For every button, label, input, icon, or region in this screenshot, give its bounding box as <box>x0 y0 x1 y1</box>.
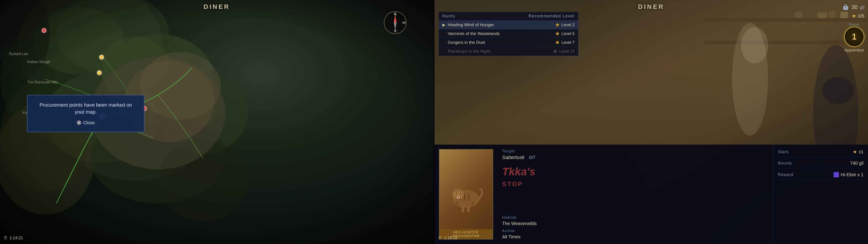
hunt-level-badge-2: Level 5 <box>555 31 575 36</box>
rank-label: Rank <box>849 23 859 27</box>
currency-display: 30 gil <box>842 4 864 11</box>
target-label: Target <box>502 149 769 153</box>
level-text-2: Level 5 <box>561 31 575 36</box>
lock-icon <box>842 4 849 11</box>
level-text-3: Level 7 <box>561 40 575 45</box>
item-reward-value: Hi-Elixir x 1 <box>834 172 864 178</box>
target-name: Sabertusk <box>502 155 525 160</box>
hunt-name-1: Howling Wind of Hunger <box>448 22 555 27</box>
hunts-header: Hunts Recommended Level <box>439 12 578 21</box>
hunt-row-3[interactable]: ▶ Gorgers in the Dust Level 7 <box>439 38 578 47</box>
map-marker-yellow-2 <box>97 71 101 75</box>
clock-time-right: 1:19:18 <box>444 236 458 240</box>
target-value-row: Sabertusk 0/7 <box>502 155 769 160</box>
right-panel-title: DINER <box>638 3 664 10</box>
stars-reward-amount: x1 <box>859 150 864 155</box>
gil-amount: 30 <box>851 4 858 10</box>
item-reward-name: Hi-Elixir x 1 <box>841 172 864 178</box>
stars-reward-label: Stars <box>778 150 788 154</box>
hunt-row-2[interactable]: ▶ Varmints of the Wastelands Level 5 <box>439 29 578 38</box>
stars-reward-value: ★ x1 <box>853 149 864 155</box>
hunt-name-4: Raindrops in the Night <box>448 49 553 54</box>
svg-marker-36 <box>459 186 462 190</box>
hunts-panel: Hunts Recommended Level ▶ Howling Wind o… <box>438 12 579 56</box>
procurement-dialog: Procurement points have been marked on y… <box>27 95 145 132</box>
svg-point-41 <box>458 194 459 196</box>
hunt-card-inner: HEX-HUNTER DRAGONSPAW <box>439 150 493 239</box>
hunt-name-3: Gorgers in the Dust <box>448 40 555 45</box>
item-reward-label: Reward <box>778 172 793 177</box>
target-info-row: Target Sabertusk 0/7 <box>502 149 769 160</box>
svg-rect-46 <box>456 201 458 207</box>
level-icon-3 <box>555 40 560 45</box>
map-label-ryddell: Ryddell Lee <box>9 52 28 56</box>
bounty-amount: 740 gil <box>850 161 864 166</box>
rank-circle: 1 <box>844 27 864 47</box>
svg-rect-45 <box>467 206 470 212</box>
diner-signature: Tkka's <box>502 165 769 178</box>
dialog-close-button[interactable]: ✕ Close <box>36 120 136 126</box>
clock-icon-left: ⏱ <box>4 236 8 240</box>
map-label-kelbas: Kelbas Slough <box>27 60 50 64</box>
rank-display: Rank 1 Apprentice <box>844 23 864 53</box>
svg-rect-44 <box>462 206 464 212</box>
left-panel-title: DINER <box>204 3 230 10</box>
hunt-level-badge-4: Level 15 <box>553 49 575 54</box>
stars-count: 0/5 <box>858 13 864 19</box>
active-info-row: Active All Times <box>502 229 769 240</box>
map-label-rainscale: The Rainscale Hills <box>27 80 58 84</box>
level-text-4: Level 15 <box>559 49 575 54</box>
svg-point-39 <box>456 193 457 194</box>
hunt-row-1[interactable]: ▶ Howling Wind of Hunger Level 2 <box>439 21 578 29</box>
target-count: 0/7 <box>529 155 535 160</box>
compass: N S m <box>384 11 406 34</box>
compass-east: m <box>402 21 406 25</box>
clock-left: ⏱ 1:14:21 <box>4 236 23 240</box>
level-icon-1 <box>555 23 560 27</box>
hi-elixir-icon <box>834 172 839 178</box>
star-icon: ★ <box>852 13 856 19</box>
dialog-message: Procurement points have been marked on y… <box>36 102 136 116</box>
close-label: Close <box>83 120 95 126</box>
hunt-row-4[interactable]: ▶ Raindrops in the Night Level 15 <box>439 47 578 56</box>
bounty-reward-label: Bounty <box>778 161 792 166</box>
map-marker-yellow-1 <box>99 55 104 59</box>
hunt-info: Target Sabertusk 0/7 Tkka's STOP Habitat… <box>498 144 773 244</box>
clock-time-left: 1:14:21 <box>9 236 23 240</box>
map-marker-red-1 <box>42 28 46 33</box>
clock-right: ⏱ 1:19:18 <box>438 236 458 240</box>
level-text-1: Level 2 <box>561 23 575 27</box>
hunt-card: HEX-HUNTER DRAGONSPAW <box>439 149 493 240</box>
svg-point-40 <box>460 193 461 194</box>
item-reward-row: Reward Hi-Elixir x 1 <box>778 172 864 180</box>
hunt-level-badge-3: Level 7 <box>555 40 575 45</box>
hunt-rewards-panel: Stars ★ x1 Bounty 740 gil Reward Hi-Elix… <box>773 144 868 244</box>
rank-number: 1 <box>852 32 857 42</box>
gil-label: gil <box>860 5 864 10</box>
stars-reward-row: Stars ★ x1 <box>778 149 864 157</box>
habitat-label: Habitat <box>502 216 769 220</box>
hunt-name-2: Varmints of the Wastelands <box>448 31 555 36</box>
left-map-panel: DINER N S m Ryddell Lee Kelbas Slough Th… <box>0 0 434 244</box>
right-diner-panel: DINER 30 gil ★ 0/5 Rank 1 Apprentice Hun… <box>434 0 868 244</box>
svg-point-34 <box>453 189 464 199</box>
active-value: All Times <box>502 234 769 240</box>
bounty-reward-value: 740 gil <box>850 161 864 166</box>
close-circle-icon: ✕ <box>77 120 81 125</box>
hunts-header-level: Recommended Level <box>529 14 575 19</box>
svg-rect-47 <box>472 201 474 207</box>
level-icon-4 <box>553 49 557 54</box>
hunts-header-label: Hunts <box>442 14 455 19</box>
level-icon-2 <box>555 31 560 36</box>
habitat-info-row: Habitat The Weaverwilds <box>502 216 769 226</box>
rank-name: Apprentice <box>844 48 864 53</box>
diner-stop: STOP <box>502 181 769 188</box>
habitat-value: The Weaverwilds <box>502 221 769 226</box>
svg-marker-35 <box>455 186 458 190</box>
bounty-reward-row: Bounty 740 gil <box>778 161 864 168</box>
clock-icon-right: ⏱ <box>438 236 442 240</box>
star-reward-icon: ★ <box>853 149 857 155</box>
hunt-details-panel: HEX-HUNTER DRAGONSPAW Target Sabertusk 0… <box>434 144 868 244</box>
stars-display: ★ 0/5 <box>852 13 864 19</box>
hunt-level-badge-1: Level 2 <box>555 23 575 27</box>
